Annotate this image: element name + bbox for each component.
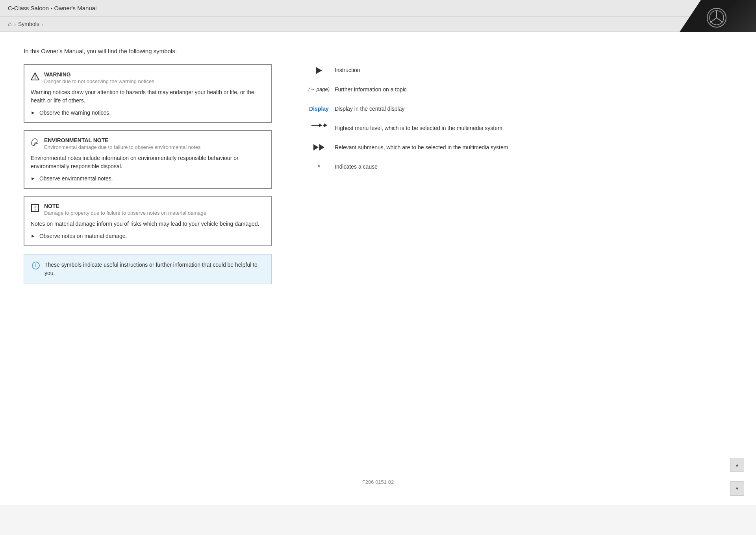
note-title-block: NOTE Damage to property due to failure t… — [44, 203, 206, 216]
symbol-row-menu-level: Highest menu level, which is to be selec… — [303, 124, 732, 132]
note-body: Notes on material damage inform you of r… — [31, 220, 263, 228]
environmental-subtitle: Environmental damage due to failure to o… — [44, 144, 200, 150]
symbol-arrow-menu-cell — [303, 124, 335, 126]
symbol-instruction-desc: Instruction — [335, 66, 732, 74]
warning-icon — [31, 72, 39, 82]
symbol-row-further-info: (→ page) Further information on a topic — [303, 85, 732, 94]
environmental-title-block: ENVIRONMENTAL NOTE Environmental damage … — [44, 137, 200, 150]
symbol-row-asterisk: * Indicates a cause — [303, 163, 732, 172]
header: C-Class Saloon - Owner's Manual ⌂ › Symb… — [0, 0, 756, 32]
symbol-asterisk-desc: Indicates a cause — [335, 163, 732, 171]
symbol-further-info-desc: Further information on a topic — [335, 85, 732, 94]
page-footer: F206 0151 02 — [350, 467, 406, 497]
warning-title-block: WARNING Danger due to not observing the … — [44, 71, 154, 84]
scroll-up-button[interactable]: ▲ — [730, 458, 744, 472]
environmental-icon — [31, 138, 39, 148]
footer-text: F206 0151 02 — [362, 479, 394, 485]
environmental-instruction-text: Observe environmental notes. — [39, 175, 113, 182]
mercedes-star-svg — [709, 10, 724, 26]
scroll-down-button[interactable]: ▼ — [730, 481, 744, 496]
left-column: WARNING Danger due to not observing the … — [24, 64, 272, 284]
warning-arrow-icon: ► — [31, 110, 35, 115]
warning-box: WARNING Danger due to not observing the … — [24, 64, 272, 123]
logo-area — [677, 0, 756, 35]
svg-point-6 — [35, 78, 35, 79]
environmental-arrow-icon: ► — [31, 176, 35, 181]
page-ref-icon: (→ page) — [308, 86, 330, 92]
arrow-head-1 — [313, 144, 319, 150]
note-box: NOTE Damage to property due to failure t… — [24, 196, 272, 246]
warning-title: WARNING — [44, 71, 154, 78]
svg-point-9 — [35, 209, 36, 210]
svg-line-2 — [710, 18, 717, 22]
breadcrumb: ⌂ › Symbols › — [0, 16, 756, 32]
warning-body: Warning notices draw your attention to h… — [31, 88, 263, 105]
breadcrumb-symbols[interactable]: Symbols — [18, 21, 39, 27]
warning-instruction-text: Observe the warning notices. — [39, 110, 111, 116]
symbol-menu-level-desc: Highest menu level, which is to be selec… — [335, 124, 732, 132]
symbol-asterisk-cell: * — [303, 163, 335, 172]
symbol-play-icon-cell — [303, 66, 335, 74]
info-text: These symbols indicate useful instructio… — [44, 261, 263, 277]
asterisk-icon: * — [317, 163, 320, 172]
note-instruction: ► Observe notes on material damage. — [31, 233, 263, 239]
two-column-layout: WARNING Danger due to not observing the … — [24, 64, 732, 284]
warning-instruction: ► Observe the warning notices. — [31, 110, 263, 116]
scroll-up-icon: ▲ — [735, 463, 739, 467]
intro-text: In this Owner's Manual, you will find th… — [24, 48, 732, 54]
environmental-body: Environmental notes include information … — [31, 154, 263, 171]
home-icon[interactable]: ⌂ — [8, 20, 12, 28]
menu-arrow-icon — [311, 125, 327, 126]
note-title: NOTE — [44, 203, 206, 209]
environmental-title: ENVIRONMENTAL NOTE — [44, 137, 200, 143]
note-subtitle: Damage to property due to failure to obs… — [44, 210, 206, 216]
environmental-header: ENVIRONMENTAL NOTE Environmental damage … — [31, 137, 263, 150]
double-arrow-icon — [313, 144, 324, 150]
symbol-page-ref-cell: (→ page) — [303, 85, 335, 92]
display-icon: Display — [309, 106, 329, 112]
note-header: NOTE Damage to property due to failure t… — [31, 203, 263, 216]
breadcrumb-sep-1: › — [14, 21, 16, 27]
info-icon: i — [32, 262, 40, 269]
note-arrow-icon: ► — [31, 233, 35, 239]
main-content: In this Owner's Manual, you will find th… — [0, 32, 756, 505]
note-icon — [31, 204, 39, 214]
symbol-display-cell: Display — [303, 105, 335, 112]
right-column: Instruction (→ page) Further information… — [303, 64, 732, 183]
symbol-display-desc: Display in the central display — [335, 105, 732, 113]
symbol-submenus-desc: Relevant submenus, which are to be selec… — [335, 143, 732, 152]
arrow-head-2 — [319, 144, 324, 150]
svg-line-3 — [717, 18, 723, 22]
environmental-instruction: ► Observe environmental notes. — [31, 175, 263, 182]
warning-header: WARNING Danger due to not observing the … — [31, 71, 263, 84]
header-top: C-Class Saloon - Owner's Manual — [0, 0, 756, 16]
document-title: C-Class Saloon - Owner's Manual — [8, 5, 96, 11]
breadcrumb-sep-2: › — [42, 21, 43, 27]
symbol-double-arrow-cell — [303, 143, 335, 150]
mercedes-logo — [707, 8, 726, 28]
symbol-row-submenus: Relevant submenus, which are to be selec… — [303, 143, 732, 152]
scroll-down-icon: ▼ — [735, 486, 739, 491]
warning-subtitle: Danger due to not observing the warning … — [44, 78, 154, 84]
environmental-box: ENVIRONMENTAL NOTE Environmental damage … — [24, 130, 272, 189]
symbol-row-display: Display Display in the central display — [303, 105, 732, 113]
play-icon — [316, 67, 322, 74]
info-box: i These symbols indicate useful instruct… — [24, 254, 272, 284]
symbol-row-instruction: Instruction — [303, 66, 732, 74]
note-instruction-text: Observe notes on material damage. — [39, 233, 127, 239]
